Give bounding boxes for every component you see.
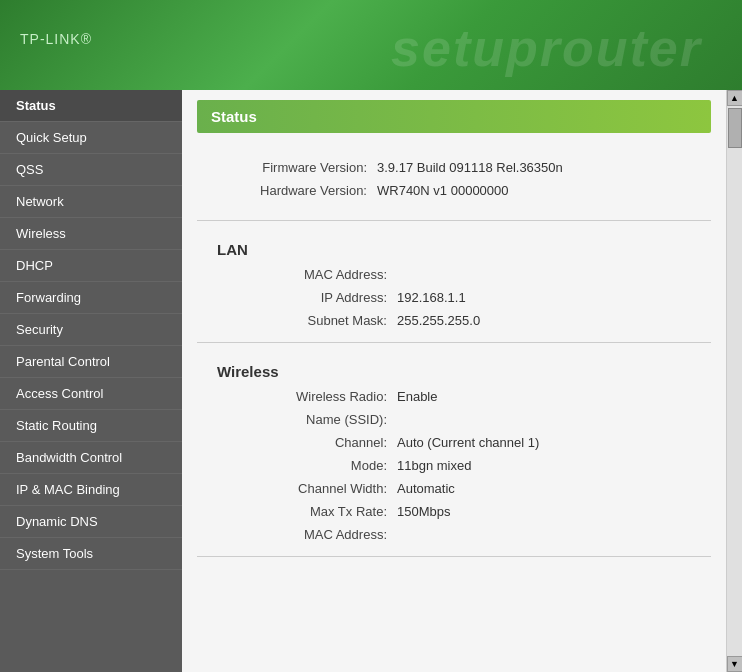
sidebar-item-dynamic-dns[interactable]: Dynamic DNS — [0, 506, 182, 538]
lan-ip-label: IP Address: — [197, 286, 397, 309]
sidebar-item-system-tools[interactable]: System Tools — [0, 538, 182, 570]
sidebar: Status Quick Setup QSS Network Wireless … — [0, 90, 182, 672]
wireless-width-label: Channel Width: — [197, 477, 397, 500]
wireless-title: Wireless — [197, 353, 711, 385]
lan-mac-value — [397, 263, 711, 286]
wireless-radio-value: Enable — [397, 385, 711, 408]
sidebar-item-forwarding[interactable]: Forwarding — [0, 282, 182, 314]
sidebar-item-security[interactable]: Security — [0, 314, 182, 346]
sidebar-item-static-routing[interactable]: Static Routing — [0, 410, 182, 442]
scrollbar[interactable]: ▲ ▼ — [726, 90, 742, 672]
lan-mac-label: MAC Address: — [197, 263, 397, 286]
logo: TP-LINK® — [20, 27, 92, 64]
lan-subnet-value: 255.255.255.0 — [397, 309, 711, 332]
hardware-label: Hardware Version: — [207, 179, 377, 202]
main-layout: Status Quick Setup QSS Network Wireless … — [0, 90, 742, 672]
scrollbar-up-button[interactable]: ▲ — [727, 90, 743, 106]
lan-subnet-label: Subnet Mask: — [197, 309, 397, 332]
sidebar-item-status[interactable]: Status — [0, 90, 182, 122]
wireless-mode-value: 11bgn mixed — [397, 454, 711, 477]
sidebar-item-network[interactable]: Network — [0, 186, 182, 218]
content-wrapper: Status Firmware Version: 3.9.17 Build 09… — [182, 90, 742, 672]
divider-2 — [197, 342, 711, 343]
lan-ip-value: 192.168.1.1 — [397, 286, 711, 309]
firmware-section: Firmware Version: 3.9.17 Build 091118 Re… — [197, 148, 711, 210]
header: TP-LINK® — [0, 0, 742, 90]
sidebar-item-ip-mac-binding[interactable]: IP & MAC Binding — [0, 474, 182, 506]
sidebar-item-quick-setup[interactable]: Quick Setup — [0, 122, 182, 154]
logo-sup: ® — [81, 31, 92, 47]
sidebar-item-dhcp[interactable]: DHCP — [0, 250, 182, 282]
scrollbar-thumb[interactable] — [728, 108, 742, 148]
wireless-channel-value: Auto (Current channel 1) — [397, 431, 711, 454]
divider-3 — [197, 556, 711, 557]
scrollbar-down-button[interactable]: ▼ — [727, 656, 743, 672]
wireless-mac-value — [397, 523, 711, 546]
wireless-ssid-label: Name (SSID): — [197, 408, 397, 431]
sidebar-item-bandwidth-control[interactable]: Bandwidth Control — [0, 442, 182, 474]
wireless-txrate-label: Max Tx Rate: — [197, 500, 397, 523]
firmware-value: 3.9.17 Build 091118 Rel.36350n — [377, 156, 701, 179]
sidebar-item-wireless[interactable]: Wireless — [0, 218, 182, 250]
lan-title: LAN — [197, 231, 711, 263]
wireless-section: Wireless Wireless Radio: Enable Name (SS… — [197, 353, 711, 546]
logo-text: TP-LINK — [20, 31, 81, 47]
sidebar-item-parental-control[interactable]: Parental Control — [0, 346, 182, 378]
main-content: Status Firmware Version: 3.9.17 Build 09… — [182, 90, 726, 672]
wireless-txrate-value: 150Mbps — [397, 500, 711, 523]
wireless-mac-label: MAC Address: — [197, 523, 397, 546]
firmware-label: Firmware Version: — [207, 156, 377, 179]
sidebar-item-access-control[interactable]: Access Control — [0, 378, 182, 410]
sidebar-item-qss[interactable]: QSS — [0, 154, 182, 186]
wireless-width-value: Automatic — [397, 477, 711, 500]
wireless-ssid-value — [397, 408, 711, 431]
wireless-channel-label: Channel: — [197, 431, 397, 454]
lan-section: LAN MAC Address: IP Address: 192.168.1.1… — [197, 231, 711, 332]
wireless-radio-label: Wireless Radio: — [197, 385, 397, 408]
wireless-mode-label: Mode: — [197, 454, 397, 477]
hardware-value: WR740N v1 00000000 — [377, 179, 701, 202]
page-title: Status — [197, 100, 711, 133]
divider-1 — [197, 220, 711, 221]
